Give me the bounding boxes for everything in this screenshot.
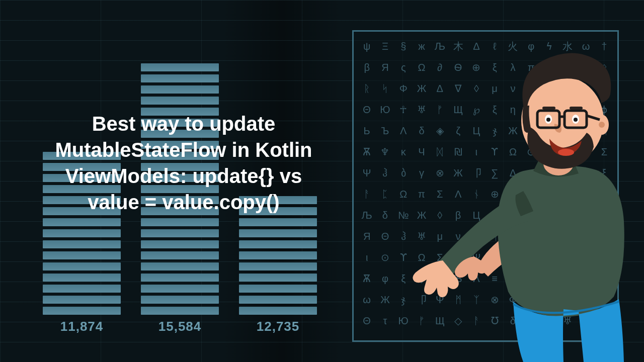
main-title: Best way to update MutableStateFlow in K… (45, 111, 322, 215)
bar-group: 12,735 (239, 196, 317, 334)
svg-point-3 (599, 122, 605, 128)
svg-point-4 (558, 149, 574, 156)
bar-label: 15,584 (158, 319, 202, 334)
bar-label: 11,874 (60, 319, 104, 334)
svg-point-10 (546, 118, 550, 122)
svg-point-12 (574, 118, 578, 122)
bar-label: 12,735 (257, 319, 300, 334)
presenter-character (372, 30, 644, 362)
svg-rect-13 (542, 107, 555, 110)
svg-rect-14 (570, 107, 583, 110)
